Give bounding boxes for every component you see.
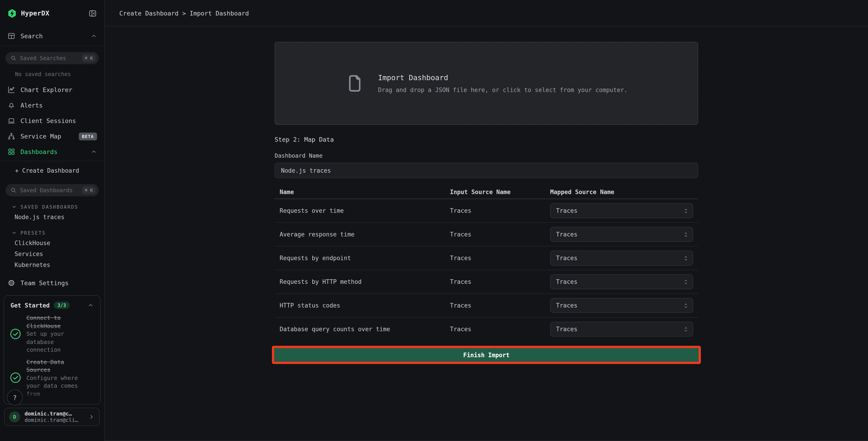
sidebar-item-label: Search (21, 32, 43, 40)
select-carets-icon (683, 302, 689, 309)
row-name: Requests by HTTP method (275, 278, 450, 285)
search-icon (10, 55, 17, 61)
section-label: PRESETS (21, 230, 46, 236)
hyperdx-logo-icon (7, 8, 17, 18)
mapped-source-select[interactable]: Traces (550, 322, 693, 337)
select-carets-icon (683, 207, 689, 214)
annotation-highlight: Finish Import (272, 346, 701, 364)
table-body: Requests over timeTracesTracesAverage re… (275, 199, 698, 341)
chevron-right-icon (88, 414, 95, 420)
column-header-mapped-source: Mapped Source Name (550, 188, 698, 196)
dashboard-link-kubernetes[interactable]: Kubernetes (0, 259, 104, 270)
dashboard-link-node-js-traces[interactable]: Node.js traces (0, 211, 104, 222)
get-started-header[interactable]: Get Started 3/3 (4, 296, 100, 310)
mapped-source-value: Traces (556, 302, 578, 309)
beta-badge: BETA (79, 133, 97, 140)
user-info: dominic.tran@c… dominic.tran@cli… (25, 410, 78, 423)
row-input-source: Traces (450, 231, 550, 238)
section-header-presets[interactable]: PRESETS (0, 228, 104, 237)
select-carets-icon (683, 255, 689, 262)
row-name: HTTP status codes (275, 302, 450, 309)
file-icon (345, 71, 364, 95)
keyboard-shortcut-badge: ⌘ K (82, 186, 96, 194)
sidebar-item-client-sessions[interactable]: Client Sessions (0, 113, 104, 128)
dropzone-text: Import Dashboard Drag and drop a JSON fi… (378, 74, 627, 93)
dropzone-subtitle: Drag and drop a JSON file here, or click… (378, 87, 627, 93)
saved-searches-placeholder: Saved Searches (20, 55, 78, 61)
row-input-source: Traces (450, 207, 550, 214)
mapped-source-select[interactable]: Traces (550, 203, 693, 218)
table-row: HTTP status codesTracesTraces (275, 294, 698, 318)
dashboard-name-input[interactable]: Node.js traces (275, 163, 698, 178)
select-carets-icon (683, 231, 689, 238)
sidebar: HyperDX Search Saved Searches ⌘ K No sav… (0, 0, 105, 441)
row-input-source: Traces (450, 326, 550, 332)
mapped-source-value: Traces (556, 207, 578, 214)
help-button[interactable]: ? (7, 389, 23, 406)
get-started-panel: Get Started 3/3 Connect to ClickHouseSet… (4, 295, 101, 405)
topbar: Create Dashboard > Import Dashboard (105, 0, 868, 26)
get-started-title: Get Started (10, 302, 50, 308)
row-name: Database query counts over time (275, 326, 450, 332)
row-name: Average response time (275, 231, 450, 238)
mapped-source-value: Traces (556, 326, 578, 332)
section-header-saved-dashboards[interactable]: SAVED DASHBOARDS (0, 202, 104, 211)
get-started-item-text: Connect to ClickHouseSet up your databas… (26, 314, 81, 354)
service-map-icon (7, 132, 16, 140)
column-header-input-source: Input Source Name (450, 188, 550, 196)
row-input-source: Traces (450, 302, 550, 309)
app-title: HyperDX (21, 9, 50, 17)
dashboard-name-value: Node.js traces (281, 167, 331, 174)
user-menu[interactable]: D dominic.tran@c… dominic.tran@cli… (4, 408, 100, 426)
table-row: Requests by endpointTracesTraces (275, 246, 698, 270)
table-header: Name Input Source Name Mapped Source Nam… (275, 185, 698, 199)
dashboard-name-label: Dashboard Name (275, 152, 698, 159)
table-row: Average response timeTracesTraces (275, 223, 698, 246)
sidebar-item-label: Service Map (21, 133, 61, 140)
sidebar-item-label: Alerts (21, 101, 43, 109)
mapped-source-value: Traces (556, 255, 578, 262)
search-icon (10, 187, 17, 193)
row-input-source: Traces (450, 278, 550, 285)
get-started-item[interactable]: Connect to ClickHouseSet up your databas… (4, 310, 100, 354)
get-started-item-text: Create Data SourcesConfigure where your … (26, 358, 81, 398)
finish-import-button[interactable]: Finish Import (274, 348, 699, 362)
sidebar-item-label: Chart Explorer (21, 86, 72, 93)
mapped-source-select[interactable]: Traces (550, 274, 693, 289)
dashboard-sections: SAVED DASHBOARDSNode.js tracesPRESETSCli… (0, 202, 104, 270)
select-carets-icon (683, 278, 689, 286)
check-circle-icon (9, 328, 22, 340)
dashboard-link-services[interactable]: Services (0, 248, 104, 259)
import-dropzone[interactable]: Import Dashboard Drag and drop a JSON fi… (275, 42, 698, 125)
user-email: dominic.tran@cli… (25, 417, 78, 423)
sidebar-item-search[interactable]: Search (0, 26, 104, 46)
row-input-source: Traces (450, 255, 550, 262)
sidebar-item-chart-explorer[interactable]: Chart Explorer (0, 82, 104, 97)
mapped-source-select[interactable]: Traces (550, 298, 693, 313)
sidebar-item-team-settings[interactable]: Team Settings (0, 275, 104, 291)
chevron-up-icon (87, 302, 94, 308)
saved-dashboards-placeholder: Saved Dashboards (20, 187, 78, 194)
dashboard-link-clickhouse[interactable]: ClickHouse (0, 237, 104, 248)
get-started-item-subtitle: Set up your database connection (26, 330, 81, 354)
sidebar-item-alerts[interactable]: Alerts (0, 97, 104, 113)
sidebar-item-service-map[interactable]: Service MapBETA (0, 128, 104, 144)
saved-dashboards-input[interactable]: Saved Dashboards ⌘ K (5, 184, 99, 196)
user-name: dominic.tran@c… (25, 410, 78, 417)
sidebar-header: HyperDX (0, 0, 104, 26)
row-name: Requests over time (275, 207, 450, 214)
mapped-source-value: Traces (556, 278, 578, 285)
create-dashboard-button[interactable]: + Create Dashboard (0, 163, 104, 178)
avatar: D (9, 411, 20, 422)
select-carets-icon (683, 325, 689, 333)
get-started-progress-badge: 3/3 (54, 302, 70, 309)
row-name: Requests by endpoint (275, 255, 450, 262)
sidebar-item-label: Client Sessions (21, 117, 76, 124)
sidebar-item-dashboards[interactable]: Dashboards (0, 144, 104, 159)
mapped-source-select[interactable]: Traces (550, 227, 693, 242)
breadcrumb: Create Dashboard > Import Dashboard (119, 9, 249, 17)
mapped-source-select[interactable]: Traces (550, 251, 693, 266)
collapse-sidebar-icon[interactable] (88, 9, 97, 18)
sidebar-nav: Chart ExplorerAlertsClient SessionsServi… (0, 82, 104, 159)
saved-searches-input[interactable]: Saved Searches ⌘ K (5, 52, 99, 64)
